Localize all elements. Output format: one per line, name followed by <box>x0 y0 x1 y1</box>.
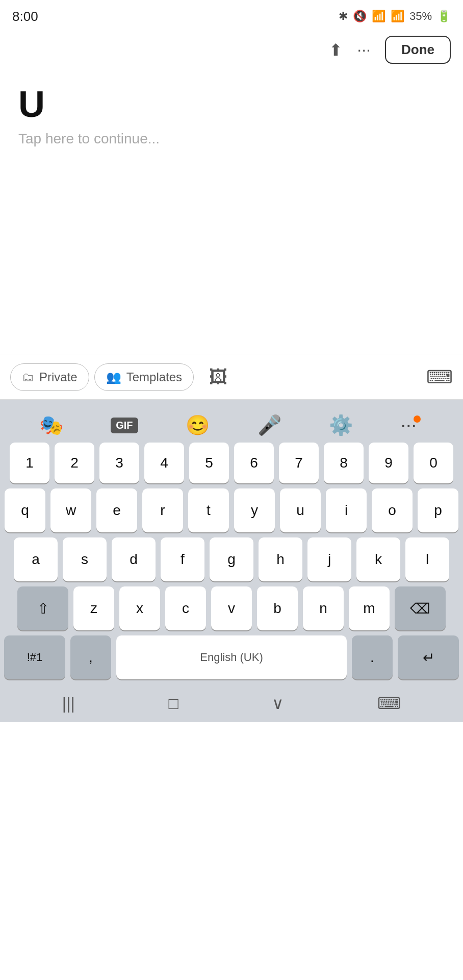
private-label: Private <box>39 370 78 384</box>
battery-text: 35% <box>409 10 432 23</box>
key-e[interactable]: e <box>96 488 137 532</box>
action-bar: ⬆ ··· Done <box>0 31 463 69</box>
battery-icon: 🔋 <box>437 10 451 23</box>
qwerty-row: q w e r t y u i o p <box>0 488 463 532</box>
key-l[interactable]: l <box>405 537 449 581</box>
status-icons: ✱ 🔇 📶 📶 35% 🔋 <box>339 10 451 23</box>
key-u[interactable]: u <box>280 488 321 532</box>
gif-button[interactable]: GIF <box>111 418 138 433</box>
key-b[interactable]: b <box>257 586 298 630</box>
backspace-key[interactable]: ⌫ <box>395 586 446 630</box>
share-icon[interactable]: ⬆ <box>329 40 343 60</box>
key-7[interactable]: 7 <box>279 443 319 483</box>
spacebar[interactable]: English (UK) <box>116 635 347 679</box>
key-v[interactable]: v <box>211 586 252 630</box>
editor-placeholder: Tap here to continue... <box>18 131 445 147</box>
status-time: 8:00 <box>12 9 38 24</box>
menu-icon[interactable]: ||| <box>62 694 75 713</box>
key-o[interactable]: o <box>372 488 413 532</box>
editor-area[interactable]: U Tap here to continue... <box>0 69 463 355</box>
key-t[interactable]: t <box>188 488 229 532</box>
mic-icon[interactable]: 🎤 <box>258 414 281 436</box>
key-8[interactable]: 8 <box>324 443 364 483</box>
emoji-icon[interactable]: 😊 <box>186 414 210 436</box>
key-p[interactable]: p <box>418 488 458 532</box>
home-icon[interactable]: □ <box>168 694 178 713</box>
keyboard-area: 🎭 GIF 😊 🎤 ⚙️ ··· 1 2 3 4 5 6 7 8 9 0 q w… <box>0 400 463 722</box>
key-z[interactable]: z <box>73 586 114 630</box>
settings-icon[interactable]: ⚙️ <box>329 414 353 436</box>
sticker-icon[interactable]: 🎭 <box>39 414 63 436</box>
key-w[interactable]: w <box>50 488 91 532</box>
key-4[interactable]: 4 <box>144 443 184 483</box>
key-0[interactable]: 0 <box>414 443 453 483</box>
emoji-toolbar: 🎭 GIF 😊 🎤 ⚙️ ··· <box>0 408 463 443</box>
key-9[interactable]: 9 <box>369 443 408 483</box>
key-x[interactable]: x <box>119 586 160 630</box>
key-c[interactable]: c <box>165 586 206 630</box>
key-j[interactable]: j <box>307 537 351 581</box>
mute-icon: 🔇 <box>353 10 367 23</box>
zxcv-row: ⇧ z x c v b n m ⌫ <box>0 586 463 630</box>
key-6[interactable]: 6 <box>234 443 274 483</box>
key-d[interactable]: d <box>112 537 156 581</box>
key-m[interactable]: m <box>349 586 390 630</box>
shift-key[interactable]: ⇧ <box>17 586 68 630</box>
bottom-row: !#1 , English (UK) . ↵ <box>0 635 463 679</box>
key-5[interactable]: 5 <box>189 443 229 483</box>
key-n[interactable]: n <box>303 586 344 630</box>
bottom-nav: ||| □ ∨ ⌨ <box>0 684 463 722</box>
private-tab[interactable]: 🗂 Private <box>10 363 89 391</box>
done-button[interactable]: Done <box>385 36 451 64</box>
key-y[interactable]: y <box>234 488 275 532</box>
key-f[interactable]: f <box>161 537 204 581</box>
back-icon[interactable]: ∨ <box>272 694 284 713</box>
status-bar: 8:00 ✱ 🔇 📶 📶 35% 🔋 <box>0 0 463 31</box>
templates-label: Templates <box>126 370 182 384</box>
image-button[interactable]: 🖼 <box>209 366 227 388</box>
key-k[interactable]: k <box>356 537 400 581</box>
key-3[interactable]: 3 <box>99 443 139 483</box>
key-r[interactable]: r <box>142 488 183 532</box>
special-key[interactable]: !#1 <box>4 635 65 679</box>
period-key[interactable]: . <box>352 635 393 679</box>
keyboard-hide-button[interactable]: ⌨ <box>426 366 453 388</box>
more-icon[interactable]: ··· <box>357 40 371 59</box>
number-row: 1 2 3 4 5 6 7 8 9 0 <box>0 443 463 483</box>
key-s[interactable]: s <box>63 537 107 581</box>
key-g[interactable]: g <box>210 537 253 581</box>
wifi-icon: 📶 <box>372 10 385 23</box>
templates-icon: 👥 <box>106 370 121 384</box>
folder-icon: 🗂 <box>22 370 34 384</box>
keyboard-icon[interactable]: ⌨ <box>377 694 401 713</box>
templates-tab[interactable]: 👥 Templates <box>94 363 194 391</box>
key-i[interactable]: i <box>326 488 367 532</box>
notification-dot <box>414 415 421 423</box>
comma-key[interactable]: , <box>70 635 111 679</box>
key-h[interactable]: h <box>259 537 302 581</box>
bluetooth-icon: ✱ <box>339 10 348 23</box>
key-1[interactable]: 1 <box>10 443 49 483</box>
key-2[interactable]: 2 <box>55 443 94 483</box>
key-a[interactable]: a <box>14 537 58 581</box>
toolbar-strip: 🗂 Private 👥 Templates 🖼 ⌨ <box>0 355 463 400</box>
signal-icon: 📶 <box>391 10 404 23</box>
key-q[interactable]: q <box>5 488 45 532</box>
editor-typed-text: U <box>18 84 445 125</box>
enter-key[interactable]: ↵ <box>398 635 459 679</box>
asdf-row: a s d f g h j k l <box>0 537 463 581</box>
